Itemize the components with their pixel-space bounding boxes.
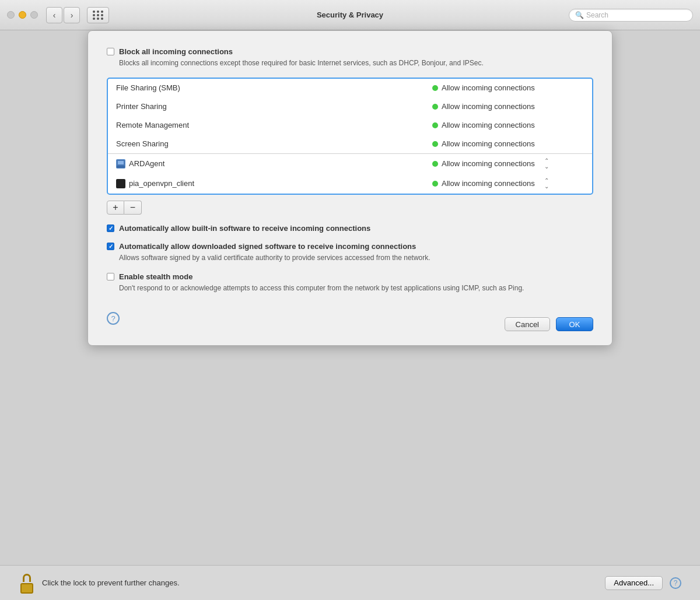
block-all-help: Blocks all incoming connections except t… <box>119 58 593 68</box>
status-indicator <box>432 181 438 187</box>
search-icon: 🔍 <box>575 11 584 19</box>
status-indicator <box>432 122 438 128</box>
status-indicator <box>432 104 438 110</box>
help-button[interactable]: ? <box>107 312 120 325</box>
search-placeholder: Search <box>586 11 608 19</box>
titlebar: ‹ › Security & Privacy 🔍 Search <box>0 0 700 30</box>
status-text: Allow incoming connections <box>442 139 535 148</box>
status-indicator <box>432 161 438 167</box>
lock-text: Click the lock to prevent further change… <box>42 578 598 587</box>
list-item[interactable]: File Sharing (SMB) Allow incoming connec… <box>108 79 592 97</box>
signed-label: Automatically allow downloaded signed so… <box>119 242 416 251</box>
forward-button[interactable]: › <box>64 7 80 23</box>
service-name-label: Printer Sharing <box>116 102 167 111</box>
window-title: Security & Privacy <box>317 10 383 19</box>
advanced-button[interactable]: Advanced... <box>605 576 663 590</box>
status-text: Allow incoming connections <box>442 121 535 129</box>
bottom-help-button[interactable]: ? <box>670 577 681 589</box>
service-name-label: File Sharing (SMB) <box>116 83 180 92</box>
status-text: Allow incoming connections <box>442 83 535 92</box>
block-section: Block all incoming connections Blocks al… <box>107 47 593 68</box>
back-button[interactable]: ‹ <box>46 7 62 23</box>
nav-buttons: ‹ › <box>46 7 80 23</box>
list-item[interactable]: pia_openvpn_client Allow incoming connec… <box>108 174 592 194</box>
stealth-label: Enable stealth mode <box>119 272 192 281</box>
app-name-label: pia_openvpn_client <box>129 179 194 188</box>
block-all-label: Block all incoming connections <box>119 47 233 56</box>
signed-help: Allows software signed by a valid certif… <box>119 253 593 263</box>
builtin-label: Automatically allow built-in software to… <box>119 224 370 233</box>
firewall-panel: Block all incoming connections Blocks al… <box>88 30 612 346</box>
signed-checkbox[interactable] <box>107 243 114 250</box>
lock-icon[interactable] <box>19 573 35 594</box>
connection-stepper[interactable]: ⌃ ⌄ <box>544 178 549 190</box>
grid-view-button[interactable] <box>87 7 109 23</box>
bottom-bar: Click the lock to prevent further change… <box>0 565 700 600</box>
ok-button[interactable]: OK <box>556 317 593 331</box>
status-text: Allow incoming connections <box>442 159 535 168</box>
list-item[interactable]: ARDAgent Allow incoming connections ⌃ ⌄ <box>108 154 592 174</box>
connection-stepper[interactable]: ⌃ ⌄ <box>544 158 549 170</box>
maximize-button[interactable] <box>30 11 38 19</box>
remove-app-button[interactable]: − <box>124 201 142 215</box>
add-remove-buttons: + − <box>107 201 593 215</box>
list-item[interactable]: Printer Sharing Allow incoming connectio… <box>108 97 592 116</box>
service-name-label: Screen Sharing <box>116 139 169 148</box>
app-icon <box>116 159 125 169</box>
status-indicator <box>432 141 438 147</box>
builtin-checkbox[interactable] <box>107 224 114 232</box>
minimize-button[interactable] <box>19 11 26 19</box>
service-name-label: Remote Management <box>116 121 189 129</box>
traffic-lights <box>7 11 38 19</box>
main-background: Block all incoming connections Blocks al… <box>0 30 700 565</box>
svg-rect-2 <box>118 161 124 164</box>
status-text: Allow incoming connections <box>442 102 535 111</box>
builtin-software-section: Automatically allow built-in software to… <box>107 224 593 233</box>
search-box[interactable]: 🔍 Search <box>569 9 693 22</box>
app-name-label: ARDAgent <box>129 159 164 168</box>
close-button[interactable] <box>7 11 15 19</box>
cancel-button[interactable]: Cancel <box>505 317 550 331</box>
app-icon <box>116 179 125 188</box>
status-indicator <box>432 85 438 91</box>
svg-rect-1 <box>117 166 125 168</box>
list-item[interactable]: Screen Sharing Allow incoming connection… <box>108 135 592 153</box>
block-all-checkbox[interactable] <box>107 48 114 55</box>
stealth-checkbox[interactable] <box>107 273 114 280</box>
add-app-button[interactable]: + <box>107 201 124 215</box>
status-text: Allow incoming connections <box>442 179 535 188</box>
signed-software-section: Automatically allow downloaded signed so… <box>107 242 593 263</box>
stealth-mode-section: Enable stealth mode Don't respond to or … <box>107 272 593 293</box>
list-item[interactable]: Remote Management Allow incoming connect… <box>108 116 592 135</box>
stealth-help: Don't respond to or acknowledge attempts… <box>119 283 593 293</box>
services-list: File Sharing (SMB) Allow incoming connec… <box>107 78 593 195</box>
